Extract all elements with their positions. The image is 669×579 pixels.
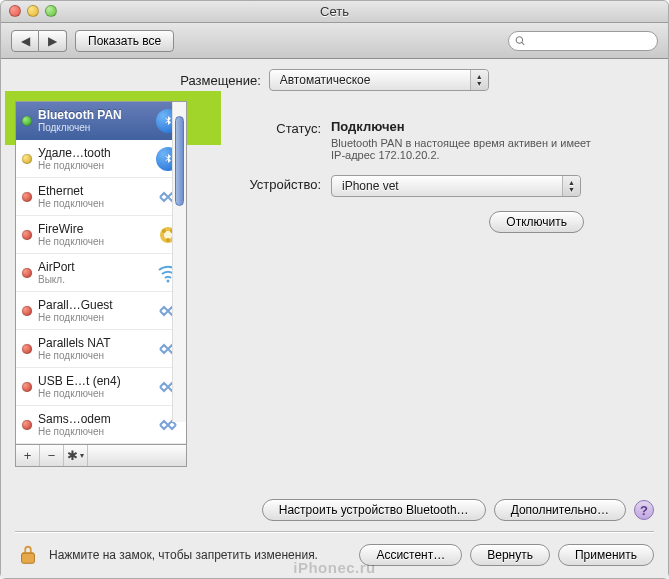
item-text: Sams…odemНе подключен	[38, 412, 150, 437]
item-name: Parall…Guest	[38, 298, 150, 312]
main-row: Bluetooth PANПодключенУдале…toothНе подк…	[15, 101, 654, 527]
item-sub: Не подключен	[38, 312, 150, 323]
item-text: EthernetНе подключен	[38, 184, 150, 209]
revert-button[interactable]: Вернуть	[470, 544, 550, 566]
action-menu-button[interactable]: ✱	[64, 445, 88, 466]
service-item[interactable]: Parall…GuestНе подключен	[16, 292, 186, 330]
back-button[interactable]: ◀	[11, 30, 39, 52]
traffic-lights	[9, 5, 57, 17]
chevron-updown-icon: ▲▼	[470, 70, 488, 90]
item-text: AirPortВыкл.	[38, 260, 150, 285]
location-popup[interactable]: Автоматическое ▲▼	[269, 69, 489, 91]
service-item[interactable]: USB E…t (en4)Не подключен	[16, 368, 186, 406]
svg-point-2	[162, 229, 166, 233]
item-text: Parall…GuestНе подключен	[38, 298, 150, 323]
assistant-button[interactable]: Ассистент…	[359, 544, 462, 566]
remove-service-button[interactable]: −	[40, 445, 64, 466]
apply-button[interactable]: Применить	[558, 544, 654, 566]
content-area: Размещение: Автоматическое ▲▼ Bluetooth …	[1, 59, 668, 578]
show-all-button[interactable]: Показать все	[75, 30, 174, 52]
search-icon	[515, 35, 526, 47]
item-sub: Подключен	[38, 122, 150, 133]
item-sub: Выкл.	[38, 274, 150, 285]
action-buttons: Ассистент… Вернуть Применить	[359, 544, 654, 566]
status-dot-icon	[22, 382, 32, 392]
scrollbar-thumb[interactable]	[175, 116, 184, 206]
close-window-button[interactable]	[9, 5, 21, 17]
scrollbar[interactable]	[172, 102, 186, 422]
item-sub: Не подключен	[38, 388, 150, 399]
chevron-updown-icon: ▲▼	[562, 176, 580, 196]
status-label: Статус:	[211, 119, 331, 161]
service-list[interactable]: Bluetooth PANПодключенУдале…toothНе подк…	[15, 101, 187, 445]
search-field[interactable]	[508, 31, 658, 51]
svg-point-4	[166, 238, 170, 242]
item-name: Bluetooth PAN	[38, 108, 150, 122]
config-strip: Настроить устройство Bluetooth… Дополнит…	[201, 493, 654, 527]
item-name: Parallels NAT	[38, 336, 150, 350]
item-sub: Не подключен	[38, 350, 150, 361]
lock-text: Нажмите на замок, чтобы запретить измене…	[49, 548, 318, 562]
status-row: Статус: Подключен Bluetooth PAN в настоя…	[211, 119, 644, 161]
location-value: Автоматическое	[280, 73, 371, 87]
window: Сеть ◀ ▶ Показать все Размещение: Автома…	[0, 0, 669, 579]
status-dot-icon	[22, 154, 32, 164]
configure-bluetooth-button[interactable]: Настроить устройство Bluetooth…	[262, 499, 486, 521]
status-dot-icon	[22, 306, 32, 316]
device-popup[interactable]: iPhone vet ▲▼	[331, 175, 581, 197]
location-row: Размещение: Автоматическое ▲▼	[15, 69, 654, 91]
item-name: Удале…tooth	[38, 146, 150, 160]
search-input[interactable]	[530, 35, 651, 47]
location-label: Размещение:	[180, 73, 261, 88]
service-item[interactable]: Parallels NATНе подключен	[16, 330, 186, 368]
service-item[interactable]: EthernetНе подключен	[16, 178, 186, 216]
help-button[interactable]: ?	[634, 500, 654, 520]
add-service-button[interactable]: +	[16, 445, 40, 466]
status-value: Подключен	[331, 119, 644, 134]
item-name: Sams…odem	[38, 412, 150, 426]
divider	[15, 531, 654, 532]
lock-icon[interactable]	[15, 542, 41, 568]
details-pane: Статус: Подключен Bluetooth PAN в настоя…	[201, 101, 654, 527]
device-label: Устройство:	[211, 175, 331, 197]
device-value: iPhone vet	[342, 179, 399, 193]
service-item[interactable]: Sams…odemНе подключен	[16, 406, 186, 444]
lock-row: Нажмите на замок, чтобы запретить измене…	[15, 536, 654, 568]
titlebar: Сеть	[1, 1, 668, 23]
advanced-button[interactable]: Дополнительно…	[494, 499, 626, 521]
minimize-window-button[interactable]	[27, 5, 39, 17]
toolbar: ◀ ▶ Показать все	[1, 23, 668, 59]
svg-rect-6	[22, 553, 35, 563]
item-name: USB E…t (en4)	[38, 374, 150, 388]
service-item[interactable]: Удале…toothНе подключен	[16, 140, 186, 178]
status-dot-icon	[22, 344, 32, 354]
status-dot-icon	[22, 230, 32, 240]
item-sub: Не подключен	[38, 426, 150, 437]
item-text: Удале…toothНе подключен	[38, 146, 150, 171]
disconnect-button[interactable]: Отключить	[489, 211, 584, 233]
item-name: Ethernet	[38, 184, 150, 198]
list-footer: + − ✱	[15, 445, 187, 467]
status-dot-icon	[22, 192, 32, 202]
status-description: Bluetooth PAN в настоящее время активен …	[331, 137, 591, 161]
item-sub: Не подключен	[38, 160, 150, 171]
status-dot-icon	[22, 116, 32, 126]
service-item[interactable]: Bluetooth PANПодключен	[16, 102, 186, 140]
window-title: Сеть	[320, 4, 349, 19]
item-text: Parallels NATНе подключен	[38, 336, 150, 361]
service-item[interactable]: FireWireНе подключен	[16, 216, 186, 254]
item-name: FireWire	[38, 222, 150, 236]
device-row: Устройство: iPhone vet ▲▼	[211, 175, 644, 197]
status-dot-icon	[22, 268, 32, 278]
svg-point-5	[167, 279, 170, 282]
zoom-window-button[interactable]	[45, 5, 57, 17]
item-text: USB E…t (en4)Не подключен	[38, 374, 150, 399]
sidebar: Bluetooth PANПодключенУдале…toothНе подк…	[15, 101, 187, 467]
item-text: Bluetooth PANПодключен	[38, 108, 150, 133]
item-sub: Не подключен	[38, 198, 150, 209]
item-name: AirPort	[38, 260, 150, 274]
service-item[interactable]: AirPortВыкл.	[16, 254, 186, 292]
item-text: FireWireНе подключен	[38, 222, 150, 247]
forward-button[interactable]: ▶	[39, 30, 67, 52]
item-sub: Не подключен	[38, 236, 150, 247]
